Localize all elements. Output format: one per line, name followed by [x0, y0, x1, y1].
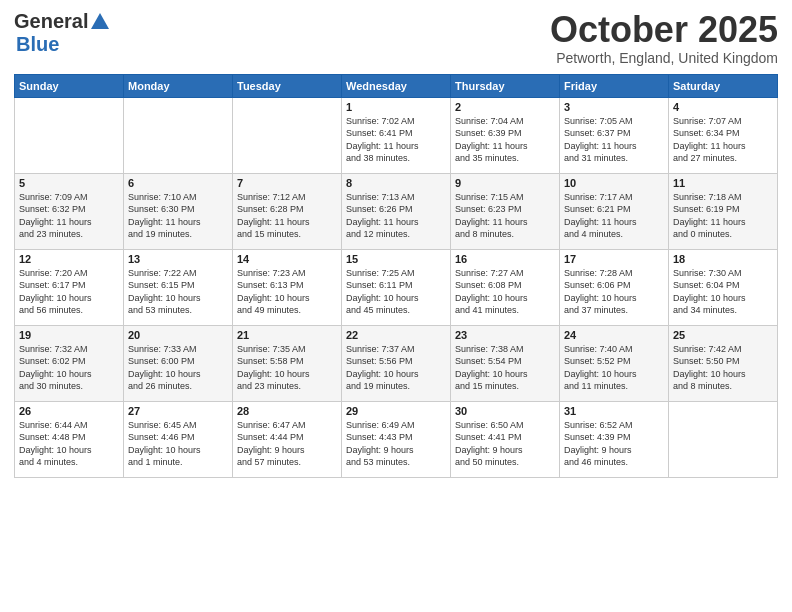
- calendar-cell: 22Sunrise: 7:37 AM Sunset: 5:56 PM Dayli…: [342, 325, 451, 401]
- day-info: Sunrise: 7:07 AM Sunset: 6:34 PM Dayligh…: [673, 115, 773, 165]
- day-number: 20: [128, 329, 228, 341]
- day-info: Sunrise: 7:42 AM Sunset: 5:50 PM Dayligh…: [673, 343, 773, 393]
- day-info: Sunrise: 6:52 AM Sunset: 4:39 PM Dayligh…: [564, 419, 664, 469]
- header-tuesday: Tuesday: [233, 74, 342, 97]
- calendar-cell: 7Sunrise: 7:12 AM Sunset: 6:28 PM Daylig…: [233, 173, 342, 249]
- calendar-cell: 31Sunrise: 6:52 AM Sunset: 4:39 PM Dayli…: [560, 401, 669, 477]
- day-info: Sunrise: 6:45 AM Sunset: 4:46 PM Dayligh…: [128, 419, 228, 469]
- calendar-cell: 30Sunrise: 6:50 AM Sunset: 4:41 PM Dayli…: [451, 401, 560, 477]
- day-info: Sunrise: 6:47 AM Sunset: 4:44 PM Dayligh…: [237, 419, 337, 469]
- day-info: Sunrise: 6:49 AM Sunset: 4:43 PM Dayligh…: [346, 419, 446, 469]
- week-row-5: 26Sunrise: 6:44 AM Sunset: 4:48 PM Dayli…: [15, 401, 778, 477]
- day-info: Sunrise: 7:02 AM Sunset: 6:41 PM Dayligh…: [346, 115, 446, 165]
- calendar-cell: 25Sunrise: 7:42 AM Sunset: 5:50 PM Dayli…: [669, 325, 778, 401]
- day-info: Sunrise: 7:15 AM Sunset: 6:23 PM Dayligh…: [455, 191, 555, 241]
- day-info: Sunrise: 7:20 AM Sunset: 6:17 PM Dayligh…: [19, 267, 119, 317]
- day-number: 8: [346, 177, 446, 189]
- day-info: Sunrise: 7:25 AM Sunset: 6:11 PM Dayligh…: [346, 267, 446, 317]
- day-number: 6: [128, 177, 228, 189]
- day-info: Sunrise: 7:18 AM Sunset: 6:19 PM Dayligh…: [673, 191, 773, 241]
- location: Petworth, England, United Kingdom: [550, 50, 778, 66]
- calendar-cell: [233, 97, 342, 173]
- day-info: Sunrise: 7:37 AM Sunset: 5:56 PM Dayligh…: [346, 343, 446, 393]
- calendar-cell: 29Sunrise: 6:49 AM Sunset: 4:43 PM Dayli…: [342, 401, 451, 477]
- day-number: 12: [19, 253, 119, 265]
- day-info: Sunrise: 7:22 AM Sunset: 6:15 PM Dayligh…: [128, 267, 228, 317]
- calendar-cell: [15, 97, 124, 173]
- header-saturday: Saturday: [669, 74, 778, 97]
- weekday-header-row: Sunday Monday Tuesday Wednesday Thursday…: [15, 74, 778, 97]
- calendar-cell: 14Sunrise: 7:23 AM Sunset: 6:13 PM Dayli…: [233, 249, 342, 325]
- calendar-cell: 26Sunrise: 6:44 AM Sunset: 4:48 PM Dayli…: [15, 401, 124, 477]
- calendar-cell: 28Sunrise: 6:47 AM Sunset: 4:44 PM Dayli…: [233, 401, 342, 477]
- calendar-cell: [124, 97, 233, 173]
- day-number: 18: [673, 253, 773, 265]
- day-number: 4: [673, 101, 773, 113]
- day-number: 19: [19, 329, 119, 341]
- calendar-cell: 6Sunrise: 7:10 AM Sunset: 6:30 PM Daylig…: [124, 173, 233, 249]
- day-info: Sunrise: 6:44 AM Sunset: 4:48 PM Dayligh…: [19, 419, 119, 469]
- day-number: 2: [455, 101, 555, 113]
- calendar-cell: 12Sunrise: 7:20 AM Sunset: 6:17 PM Dayli…: [15, 249, 124, 325]
- header: General Blue October 2025 Petworth, Engl…: [14, 10, 778, 66]
- header-monday: Monday: [124, 74, 233, 97]
- day-number: 3: [564, 101, 664, 113]
- day-number: 25: [673, 329, 773, 341]
- day-number: 29: [346, 405, 446, 417]
- day-number: 22: [346, 329, 446, 341]
- calendar-cell: 20Sunrise: 7:33 AM Sunset: 6:00 PM Dayli…: [124, 325, 233, 401]
- day-number: 31: [564, 405, 664, 417]
- calendar-cell: [669, 401, 778, 477]
- calendar-table: Sunday Monday Tuesday Wednesday Thursday…: [14, 74, 778, 478]
- calendar-cell: 2Sunrise: 7:04 AM Sunset: 6:39 PM Daylig…: [451, 97, 560, 173]
- logo-general: General: [14, 10, 88, 33]
- calendar-cell: 19Sunrise: 7:32 AM Sunset: 6:02 PM Dayli…: [15, 325, 124, 401]
- day-info: Sunrise: 7:04 AM Sunset: 6:39 PM Dayligh…: [455, 115, 555, 165]
- day-info: Sunrise: 7:23 AM Sunset: 6:13 PM Dayligh…: [237, 267, 337, 317]
- calendar-cell: 23Sunrise: 7:38 AM Sunset: 5:54 PM Dayli…: [451, 325, 560, 401]
- day-number: 9: [455, 177, 555, 189]
- header-wednesday: Wednesday: [342, 74, 451, 97]
- day-info: Sunrise: 7:09 AM Sunset: 6:32 PM Dayligh…: [19, 191, 119, 241]
- calendar-cell: 15Sunrise: 7:25 AM Sunset: 6:11 PM Dayli…: [342, 249, 451, 325]
- day-number: 27: [128, 405, 228, 417]
- calendar-cell: 9Sunrise: 7:15 AM Sunset: 6:23 PM Daylig…: [451, 173, 560, 249]
- day-info: Sunrise: 7:35 AM Sunset: 5:58 PM Dayligh…: [237, 343, 337, 393]
- day-number: 10: [564, 177, 664, 189]
- calendar-cell: 3Sunrise: 7:05 AM Sunset: 6:37 PM Daylig…: [560, 97, 669, 173]
- calendar-cell: 4Sunrise: 7:07 AM Sunset: 6:34 PM Daylig…: [669, 97, 778, 173]
- day-number: 15: [346, 253, 446, 265]
- day-number: 26: [19, 405, 119, 417]
- header-friday: Friday: [560, 74, 669, 97]
- logo-blue: Blue: [16, 33, 59, 55]
- day-info: Sunrise: 7:32 AM Sunset: 6:02 PM Dayligh…: [19, 343, 119, 393]
- month-title: October 2025: [550, 10, 778, 50]
- calendar-cell: 5Sunrise: 7:09 AM Sunset: 6:32 PM Daylig…: [15, 173, 124, 249]
- svg-marker-0: [91, 13, 109, 29]
- calendar-cell: 18Sunrise: 7:30 AM Sunset: 6:04 PM Dayli…: [669, 249, 778, 325]
- calendar-cell: 24Sunrise: 7:40 AM Sunset: 5:52 PM Dayli…: [560, 325, 669, 401]
- day-info: Sunrise: 7:30 AM Sunset: 6:04 PM Dayligh…: [673, 267, 773, 317]
- day-number: 28: [237, 405, 337, 417]
- day-info: Sunrise: 7:33 AM Sunset: 6:00 PM Dayligh…: [128, 343, 228, 393]
- header-thursday: Thursday: [451, 74, 560, 97]
- day-info: Sunrise: 7:13 AM Sunset: 6:26 PM Dayligh…: [346, 191, 446, 241]
- day-info: Sunrise: 7:12 AM Sunset: 6:28 PM Dayligh…: [237, 191, 337, 241]
- day-number: 16: [455, 253, 555, 265]
- title-section: October 2025 Petworth, England, United K…: [550, 10, 778, 66]
- calendar-cell: 11Sunrise: 7:18 AM Sunset: 6:19 PM Dayli…: [669, 173, 778, 249]
- calendar-cell: 8Sunrise: 7:13 AM Sunset: 6:26 PM Daylig…: [342, 173, 451, 249]
- day-number: 17: [564, 253, 664, 265]
- calendar-cell: 17Sunrise: 7:28 AM Sunset: 6:06 PM Dayli…: [560, 249, 669, 325]
- calendar-cell: 10Sunrise: 7:17 AM Sunset: 6:21 PM Dayli…: [560, 173, 669, 249]
- week-row-1: 1Sunrise: 7:02 AM Sunset: 6:41 PM Daylig…: [15, 97, 778, 173]
- day-number: 14: [237, 253, 337, 265]
- day-info: Sunrise: 7:40 AM Sunset: 5:52 PM Dayligh…: [564, 343, 664, 393]
- day-number: 30: [455, 405, 555, 417]
- day-number: 7: [237, 177, 337, 189]
- calendar-page: General Blue October 2025 Petworth, Engl…: [0, 0, 792, 612]
- day-info: Sunrise: 7:38 AM Sunset: 5:54 PM Dayligh…: [455, 343, 555, 393]
- calendar-cell: 21Sunrise: 7:35 AM Sunset: 5:58 PM Dayli…: [233, 325, 342, 401]
- week-row-3: 12Sunrise: 7:20 AM Sunset: 6:17 PM Dayli…: [15, 249, 778, 325]
- logo: General Blue: [14, 10, 112, 56]
